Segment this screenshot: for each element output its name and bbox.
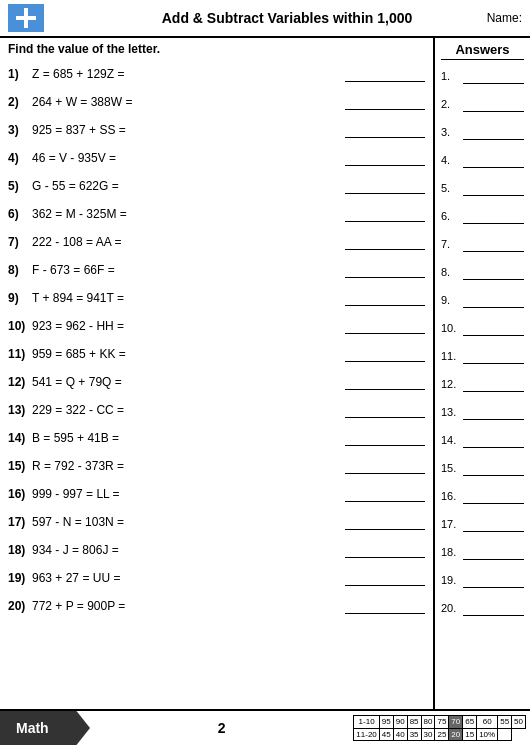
problem-equation: 934 - J = 806J = bbox=[32, 543, 337, 557]
page-header: Add & Subtract Variables within 1,000 Na… bbox=[0, 0, 530, 38]
answers-header: Answers bbox=[441, 42, 524, 60]
score-table: 1-1095908580757065605550 11-204540353025… bbox=[353, 715, 526, 740]
answer-row: 17. bbox=[441, 510, 524, 538]
problem-equation: B = 595 + 41B = bbox=[32, 431, 337, 445]
problem-row: 5)G - 55 = 622G = bbox=[8, 172, 425, 200]
problem-equation: 597 - N = 103N = bbox=[32, 515, 337, 529]
answers-column: Answers 1.2.3.4.5.6.7.8.9.10.11.12.13.14… bbox=[435, 38, 530, 709]
problem-row: 19)963 + 27 = UU = bbox=[8, 564, 425, 592]
math-label: Math bbox=[0, 711, 90, 745]
answer-row: 9. bbox=[441, 286, 524, 314]
answer-input-line bbox=[345, 542, 425, 558]
answer-number: 4. bbox=[441, 154, 463, 166]
answer-number: 3. bbox=[441, 126, 463, 138]
answer-row: 3. bbox=[441, 118, 524, 146]
answer-input-line bbox=[345, 178, 425, 194]
answer-blank-line bbox=[463, 572, 524, 588]
problem-equation: 963 + 27 = UU = bbox=[32, 571, 337, 585]
problem-row: 20)772 + P = 900P = bbox=[8, 592, 425, 620]
problem-number: 2) bbox=[8, 95, 32, 109]
answer-number: 15. bbox=[441, 462, 463, 474]
score-cell: 95 bbox=[379, 716, 393, 728]
problem-number: 1) bbox=[8, 67, 32, 81]
problem-equation: G - 55 = 622G = bbox=[32, 179, 337, 193]
answer-row: 16. bbox=[441, 482, 524, 510]
score-cell: 25 bbox=[435, 728, 449, 740]
problem-number: 9) bbox=[8, 291, 32, 305]
problem-equation: 923 = 962 - HH = bbox=[32, 319, 337, 333]
answer-number: 20. bbox=[441, 602, 463, 614]
problem-equation: F - 673 = 66F = bbox=[32, 263, 337, 277]
answer-number: 9. bbox=[441, 294, 463, 306]
answer-input-line bbox=[345, 402, 425, 418]
problem-equation: 541 = Q + 79Q = bbox=[32, 375, 337, 389]
answer-blank-line bbox=[463, 544, 524, 560]
answer-number: 16. bbox=[441, 490, 463, 502]
answer-blank-line bbox=[463, 236, 524, 252]
answer-blank-line bbox=[463, 404, 524, 420]
answer-row: 19. bbox=[441, 566, 524, 594]
score-cell: 35 bbox=[407, 728, 421, 740]
answer-row: 8. bbox=[441, 258, 524, 286]
problem-row: 18)934 - J = 806J = bbox=[8, 536, 425, 564]
answer-number: 1. bbox=[441, 70, 463, 82]
answer-row: 14. bbox=[441, 426, 524, 454]
answer-number: 14. bbox=[441, 434, 463, 446]
score-cell: 40 bbox=[393, 728, 407, 740]
problem-number: 11) bbox=[8, 347, 32, 361]
answer-input-line bbox=[345, 150, 425, 166]
score-cell: 90 bbox=[393, 716, 407, 728]
problem-equation: 362 = M - 325M = bbox=[32, 207, 337, 221]
answer-number: 12. bbox=[441, 378, 463, 390]
problem-row: 17)597 - N = 103N = bbox=[8, 508, 425, 536]
answer-input-line bbox=[345, 290, 425, 306]
problem-row: 6)362 = M - 325M = bbox=[8, 200, 425, 228]
problem-number: 13) bbox=[8, 403, 32, 417]
score-cell: 15 bbox=[463, 728, 477, 740]
score-cell: 50 bbox=[512, 716, 526, 728]
answer-row: 10. bbox=[441, 314, 524, 342]
problem-number: 19) bbox=[8, 571, 32, 585]
problems-section: Find the value of the letter. 1)Z = 685 … bbox=[0, 38, 435, 709]
problem-number: 20) bbox=[8, 599, 32, 613]
answer-input-line bbox=[345, 570, 425, 586]
problem-row: 16)999 - 997 = LL = bbox=[8, 480, 425, 508]
problems-list: 1)Z = 685 + 129Z =2)264 + W = 388W =3)92… bbox=[8, 60, 425, 620]
problem-equation: 959 = 685 + KK = bbox=[32, 347, 337, 361]
problem-row: 14)B = 595 + 41B = bbox=[8, 424, 425, 452]
page-number: 2 bbox=[90, 720, 353, 736]
problem-row: 10)923 = 962 - HH = bbox=[8, 312, 425, 340]
answer-row: 7. bbox=[441, 230, 524, 258]
problem-row: 3)925 = 837 + SS = bbox=[8, 116, 425, 144]
problem-number: 14) bbox=[8, 431, 32, 445]
answer-blank-line bbox=[463, 600, 524, 616]
answer-input-line bbox=[345, 262, 425, 278]
answer-number: 7. bbox=[441, 238, 463, 250]
score-cell: 65 bbox=[463, 716, 477, 728]
problem-equation: 925 = 837 + SS = bbox=[32, 123, 337, 137]
answer-blank-line bbox=[463, 152, 524, 168]
name-label: Name: bbox=[487, 11, 522, 25]
score-cell bbox=[498, 728, 512, 740]
problem-number: 6) bbox=[8, 207, 32, 221]
problem-equation: 46 = V - 935V = bbox=[32, 151, 337, 165]
page-footer: Math 2 1-1095908580757065605550 11-20454… bbox=[0, 709, 530, 745]
problem-number: 3) bbox=[8, 123, 32, 137]
problem-number: 8) bbox=[8, 263, 32, 277]
score-cell: 30 bbox=[421, 728, 435, 740]
answer-blank-line bbox=[463, 376, 524, 392]
answer-input-line bbox=[345, 598, 425, 614]
answer-number: 11. bbox=[441, 350, 463, 362]
answer-input-line bbox=[345, 514, 425, 530]
answer-row: 5. bbox=[441, 174, 524, 202]
logo-icon bbox=[8, 4, 44, 32]
answer-input-line bbox=[345, 486, 425, 502]
problem-row: 12)541 = Q + 79Q = bbox=[8, 368, 425, 396]
problem-row: 1)Z = 685 + 129Z = bbox=[8, 60, 425, 88]
answer-blank-line bbox=[463, 180, 524, 196]
answer-row: 2. bbox=[441, 90, 524, 118]
answer-blank-line bbox=[463, 68, 524, 84]
score-cell: 60 bbox=[477, 716, 498, 728]
answer-number: 6. bbox=[441, 210, 463, 222]
answer-row: 4. bbox=[441, 146, 524, 174]
